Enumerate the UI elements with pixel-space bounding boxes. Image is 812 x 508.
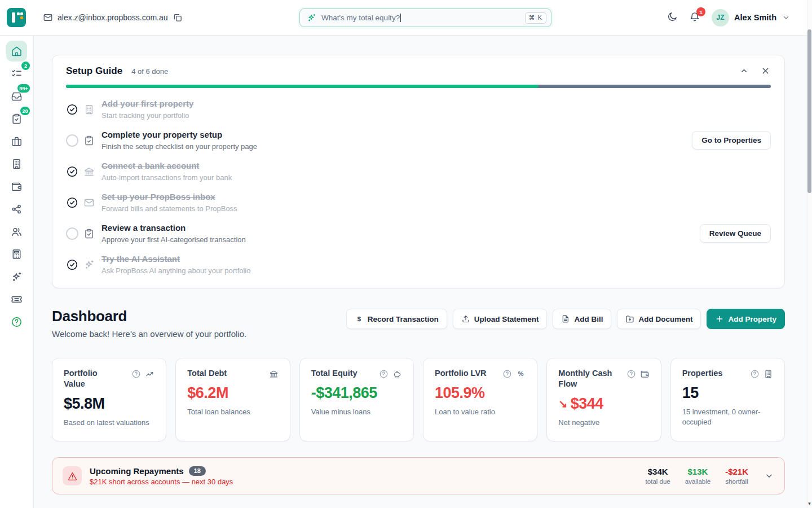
stat-value: 105.9%	[435, 384, 526, 402]
trend-up-icon	[145, 369, 155, 379]
dollar-icon	[355, 314, 364, 323]
stat-label: Total Debt	[187, 368, 227, 379]
setup-progress-bar	[66, 85, 771, 88]
record-transaction-button[interactable]: Record Transaction	[346, 309, 447, 329]
close-button[interactable]	[761, 66, 771, 76]
sidebar-item-home[interactable]	[6, 41, 27, 62]
review-queue-button[interactable]: Review Queue	[700, 224, 771, 243]
chevron-up-icon	[739, 66, 749, 76]
mail-icon	[83, 197, 95, 208]
upload-statement-button[interactable]: Upload Statement	[453, 309, 548, 329]
stat-subtitle: Net negative	[558, 418, 649, 428]
notification-count-badge: 1	[696, 7, 705, 16]
stat-subtitle: 15 investment, 0 owner-occupied	[682, 407, 773, 427]
dark-mode-toggle[interactable]	[667, 11, 679, 24]
go-to-properties-button[interactable]: Go to Properties	[692, 131, 771, 150]
sidebar-item-checklist[interactable]: 2	[6, 63, 27, 84]
check-circle-icon	[66, 196, 78, 209]
upload-icon	[461, 314, 470, 323]
building-icon	[764, 369, 773, 379]
stat-subtitle: Value minus loans	[311, 407, 402, 417]
pending-circle[interactable]	[66, 227, 78, 240]
help-icon[interactable]	[131, 369, 141, 379]
stat-value: $344	[571, 395, 603, 413]
stat-label: Portfolio Value	[64, 368, 120, 389]
percent-icon	[516, 369, 526, 379]
sidebar-item-help[interactable]	[6, 312, 27, 332]
scrollbar-thumb[interactable]	[807, 29, 811, 193]
mail-icon	[43, 12, 53, 23]
sidebar-item-portfolio[interactable]	[6, 131, 27, 152]
setup-guide-title: Setup Guide	[66, 65, 122, 77]
repayments-count-badge: 18	[189, 466, 206, 476]
users-icon	[11, 226, 23, 238]
clipboard-check-icon	[83, 135, 95, 146]
button-label: Record Transaction	[368, 315, 439, 323]
stat-subtitle: Total loan balances	[187, 407, 278, 417]
add-document-button[interactable]: Add Document	[617, 309, 701, 329]
page-title: Dashboard	[52, 308, 246, 325]
stat-card-portfolio-value: Portfolio Value $5.8M Based on latest va…	[52, 358, 166, 441]
ticket-icon	[11, 294, 23, 305]
sidebar: 2 99+ 20	[0, 36, 34, 508]
sidebar-item-ai-assistant[interactable]	[6, 266, 27, 287]
collapse-button[interactable]	[739, 66, 749, 76]
review-count-badge: 20	[20, 107, 30, 115]
sidebar-item-wallet[interactable]	[6, 176, 27, 197]
user-menu[interactable]: JZ Alex Smith	[712, 9, 791, 27]
moon-icon	[667, 11, 678, 23]
propboss-logo[interactable]	[7, 8, 26, 27]
setup-item-title: Add your first property	[102, 99, 193, 110]
ai-search-input[interactable]: What's my total equity? ⌘ K	[299, 8, 551, 27]
repay-stat-shortfall: -$21K shortfall	[725, 467, 748, 485]
chevron-down-icon	[782, 13, 791, 22]
repay-stat-value: $34K	[646, 467, 670, 476]
building-icon	[11, 158, 23, 170]
calculator-icon	[11, 248, 23, 260]
help-icon[interactable]	[626, 369, 636, 379]
pending-circle[interactable]	[66, 134, 78, 147]
stat-subtitle: Loan to value ratio	[435, 407, 526, 417]
text-caret	[400, 14, 401, 22]
help-circle-icon	[11, 316, 23, 328]
setup-item-subtitle: Auto-import transactions from your bank	[102, 173, 232, 182]
main-content: Setup Guide 4 of 6 done Add your first p…	[34, 36, 807, 508]
setup-item-add-property: Add your first property Start tracking y…	[66, 94, 771, 125]
add-bill-button[interactable]: Add Bill	[553, 309, 611, 329]
sidebar-item-tickets[interactable]	[6, 289, 27, 310]
inbox-email-address: alex.z@inbox.propboss.com.au	[58, 13, 168, 22]
sidebar-item-inbox[interactable]: 99+	[6, 86, 27, 107]
setup-guide-card: Setup Guide 4 of 6 done Add your first p…	[52, 55, 785, 288]
add-property-button[interactable]: Add Property	[707, 309, 785, 329]
stat-value: -$341,865	[311, 384, 402, 402]
setup-item-subtitle: Finish the setup checklist on your prope…	[102, 142, 257, 151]
stat-value: $5.8M	[64, 395, 155, 413]
help-icon[interactable]	[750, 369, 760, 379]
setup-item-title: Connect a bank account	[102, 161, 232, 172]
wallet-icon	[11, 181, 23, 192]
warning-triangle-icon	[67, 471, 78, 481]
page-scrollbar: ▼	[807, 0, 812, 508]
stat-value: $6.2M	[187, 384, 278, 402]
sidebar-item-sharing[interactable]	[6, 199, 27, 220]
sidebar-item-review-queue[interactable]: 20	[6, 108, 27, 129]
help-icon[interactable]	[379, 369, 389, 379]
check-circle-icon	[66, 103, 78, 116]
notifications-button[interactable]: 1	[689, 11, 701, 24]
copy-email-icon[interactable]	[173, 12, 183, 23]
button-label: Add Property	[728, 315, 776, 323]
scrollbar-down-arrow[interactable]: ▼	[807, 502, 812, 506]
page-subtitle: Welcome back! Here's an overview of your…	[52, 329, 246, 339]
repay-stat-label: shortfall	[725, 478, 748, 485]
search-query-text: What's my total equity?	[321, 14, 400, 22]
expand-repayments-button[interactable]	[764, 471, 774, 481]
setup-item-title: Set up your PropBoss inbox	[102, 192, 237, 203]
inbox-count-badge: 99+	[17, 84, 30, 93]
setup-progress-fill	[66, 85, 539, 88]
sidebar-item-properties[interactable]	[6, 154, 27, 174]
close-icon	[761, 66, 770, 76]
setup-item-title: Complete your property setup	[102, 130, 257, 141]
sidebar-item-contacts[interactable]	[6, 221, 27, 242]
help-icon[interactable]	[502, 369, 512, 379]
sidebar-item-calculator[interactable]	[6, 244, 27, 265]
